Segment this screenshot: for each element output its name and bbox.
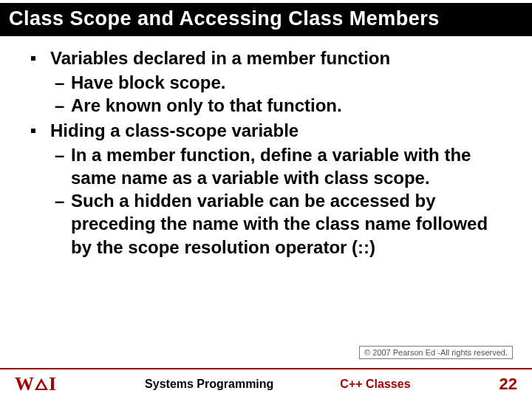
sub-item: – Have block scope. [50, 71, 511, 94]
sub-list: – In a member function, define a variabl… [50, 143, 511, 259]
dash-icon: – [55, 143, 64, 166]
slide-title: Class Scope and Accessing Class Members [9, 7, 523, 30]
square-bullet-icon [31, 56, 35, 61]
footer-topic: C++ Classes [340, 378, 410, 391]
sub-text: Have block scope. [71, 72, 225, 92]
copyright-notice: © 2007 Pearson Ed -All rights reserved. [359, 346, 513, 359]
sub-item: – Are known only to that function. [50, 94, 511, 117]
footer-center: Systems Programming C++ Classes [56, 378, 499, 391]
bullet-item: Variables declared in a member function … [21, 47, 511, 117]
dash-icon: – [55, 189, 64, 212]
bullet-text: Hiding a class-scope variable [50, 119, 511, 142]
logo-triangle-icon [35, 378, 48, 390]
bullet-item: Hiding a class-scope variable – In a mem… [21, 119, 511, 259]
logo-letter-i: I [49, 375, 56, 394]
sub-item: – In a member function, define a variabl… [50, 143, 511, 189]
dash-icon: – [55, 71, 64, 94]
sub-item: – Such a hidden variable can be accessed… [50, 189, 511, 259]
slide-content: Variables declared in a member function … [0, 36, 532, 259]
page-number: 22 [499, 375, 517, 394]
sub-text: Such a hidden variable can be accessed b… [71, 191, 488, 256]
square-bullet-icon [31, 129, 35, 133]
sub-text: Are known only to that function. [71, 95, 342, 115]
bullet-text: Variables declared in a member function [50, 47, 511, 69]
sub-list: – Have block scope. – Are known only to … [50, 71, 511, 117]
dash-icon: – [55, 94, 64, 117]
footer-course: Systems Programming [145, 378, 273, 391]
bullet-list: Variables declared in a member function … [21, 47, 511, 259]
logo-letter-w: W [15, 375, 34, 394]
wpi-logo: W I [15, 375, 56, 394]
title-bar: Class Scope and Accessing Class Members [0, 0, 532, 36]
sub-text: In a member function, define a variable … [71, 145, 471, 188]
slide-footer: W I Systems Programming C++ Classes 22 [0, 368, 532, 399]
